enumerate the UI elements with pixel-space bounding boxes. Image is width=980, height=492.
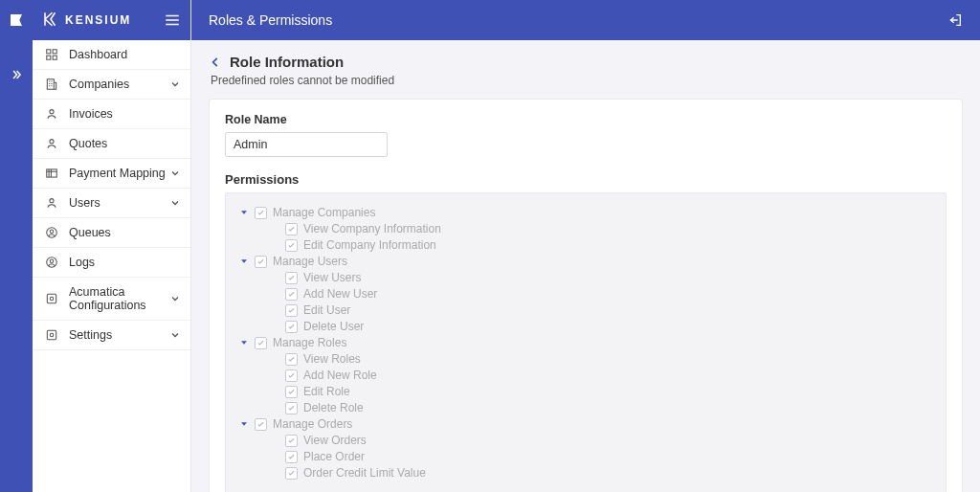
sidebar-item-settings[interactable]: Settings xyxy=(33,321,190,350)
companies-icon xyxy=(42,78,61,91)
perm-item: View Orders xyxy=(270,434,932,447)
perm-label: Manage Roles xyxy=(273,336,346,349)
checkbox[interactable] xyxy=(255,337,267,349)
brand-icon xyxy=(42,11,59,31)
sidebar-header: KENSIUM xyxy=(33,0,190,40)
caret-down-icon[interactable] xyxy=(239,257,249,266)
sidebar-item-queues[interactable]: Queues xyxy=(33,218,190,248)
perm-label: Edit Company Information xyxy=(303,238,436,252)
svg-point-14 xyxy=(50,297,54,301)
page-header-title: Roles & Permissions xyxy=(209,12,332,28)
perm-label: View Roles xyxy=(303,352,361,366)
perm-label: Edit Role xyxy=(303,385,350,398)
svg-point-12 xyxy=(50,259,54,263)
checkbox[interactable] xyxy=(255,207,267,219)
sidebar-item-quotes[interactable]: Quotes xyxy=(33,129,190,159)
sidebar-item-acumatica-configurations[interactable]: Acumatica Configurations xyxy=(33,278,190,321)
rail-logo xyxy=(0,0,33,40)
sidebar-item-companies[interactable]: Companies xyxy=(33,70,190,100)
sidebar-toggle-button[interactable] xyxy=(164,11,181,29)
sidebar-nav: DashboardCompaniesInvoicesQuotesPayment … xyxy=(33,40,190,492)
sidebar-item-label: Invoices xyxy=(69,107,181,121)
back-button[interactable] xyxy=(209,56,222,69)
checkbox[interactable] xyxy=(285,386,298,398)
sidebar-item-label: Logs xyxy=(69,256,181,269)
sidebar-item-invoices[interactable]: Invoices xyxy=(33,100,190,129)
perm-item: Add New User xyxy=(270,287,932,301)
caret-down-icon[interactable] xyxy=(239,419,249,429)
checkbox[interactable] xyxy=(285,369,298,382)
checkbox[interactable] xyxy=(255,256,267,268)
perm-item: Edit Company Information xyxy=(270,238,932,252)
svg-rect-3 xyxy=(53,56,56,59)
checkbox[interactable] xyxy=(285,239,298,252)
perm-item: Delete User xyxy=(270,320,932,333)
checkbox[interactable] xyxy=(285,451,298,463)
svg-rect-1 xyxy=(53,50,56,54)
perm-item: Edit Role xyxy=(270,385,932,398)
topbar: Roles & Permissions xyxy=(191,0,980,40)
caret-down-icon[interactable] xyxy=(239,338,249,347)
svg-point-16 xyxy=(50,333,54,337)
perm-label: Place Order xyxy=(303,450,365,463)
dashboard-icon xyxy=(42,48,61,61)
checkbox[interactable] xyxy=(285,288,298,301)
perm-label: View Company Information xyxy=(303,222,441,235)
sidebar-item-logs[interactable]: Logs xyxy=(33,248,190,278)
perm-label: Manage Companies xyxy=(273,206,375,219)
main: Roles & Permissions Role Information Pre… xyxy=(191,0,980,492)
role-card: Role Name Permissions Manage CompaniesVi… xyxy=(209,99,963,492)
config-icon xyxy=(42,292,61,305)
checkbox[interactable] xyxy=(285,304,298,317)
person-icon xyxy=(42,107,61,121)
svg-point-5 xyxy=(50,110,54,114)
checkbox[interactable] xyxy=(255,418,267,431)
checkbox[interactable] xyxy=(285,321,298,333)
page-title: Role Information xyxy=(230,54,344,70)
perm-label: Edit User xyxy=(303,303,350,317)
page-subtitle: Predefined roles cannot be modified xyxy=(211,74,963,87)
sidebar-item-payment-mapping[interactable]: Payment Mapping xyxy=(33,159,190,189)
permissions-panel: Manage CompaniesView Company Information… xyxy=(225,192,947,492)
exit-button[interactable] xyxy=(947,12,963,28)
sidebar-item-dashboard[interactable]: Dashboard xyxy=(33,40,190,70)
person-icon xyxy=(42,196,61,210)
svg-rect-7 xyxy=(47,169,57,177)
perm-label: Manage Orders xyxy=(273,417,352,431)
rail-expand-button[interactable] xyxy=(0,63,33,86)
left-rail xyxy=(0,0,33,492)
perm-item: View Users xyxy=(270,271,932,284)
content: Role Information Predefined roles cannot… xyxy=(191,40,980,492)
perm-label: View Users xyxy=(303,271,361,284)
svg-rect-4 xyxy=(47,79,54,90)
caret-down-icon[interactable] xyxy=(239,208,249,217)
rail-logo-icon xyxy=(9,12,24,28)
svg-point-8 xyxy=(50,199,54,203)
perm-item: Order Credit Limit Value xyxy=(270,466,932,480)
perm-item: Delete Role xyxy=(270,401,932,414)
perm-label: Manage Users xyxy=(273,255,347,268)
svg-rect-2 xyxy=(47,56,51,59)
perm-item: View Company Information xyxy=(270,222,932,235)
role-name-input[interactable] xyxy=(225,132,388,157)
checkbox[interactable] xyxy=(285,467,298,480)
sidebar-item-label: Payment Mapping xyxy=(69,167,169,180)
perm-label: Delete Role xyxy=(303,401,364,414)
perm-label: Order Credit Limit Value xyxy=(303,466,426,480)
checkbox[interactable] xyxy=(285,435,298,447)
svg-rect-13 xyxy=(47,294,56,302)
chevron-down-icon xyxy=(169,168,181,179)
perm-item: View Roles xyxy=(270,352,932,366)
perm-label: View Orders xyxy=(303,434,367,447)
checkbox[interactable] xyxy=(285,402,298,414)
perm-label: Add New User xyxy=(303,287,377,301)
sidebar-item-users[interactable]: Users xyxy=(33,189,190,218)
svg-rect-15 xyxy=(47,330,56,339)
account-icon xyxy=(42,226,61,239)
checkbox[interactable] xyxy=(285,223,298,235)
mapping-icon xyxy=(42,167,61,180)
page-head: Role Information xyxy=(209,54,963,70)
checkbox[interactable] xyxy=(285,272,298,284)
perm-label: Delete User xyxy=(303,320,364,333)
checkbox[interactable] xyxy=(285,353,298,366)
